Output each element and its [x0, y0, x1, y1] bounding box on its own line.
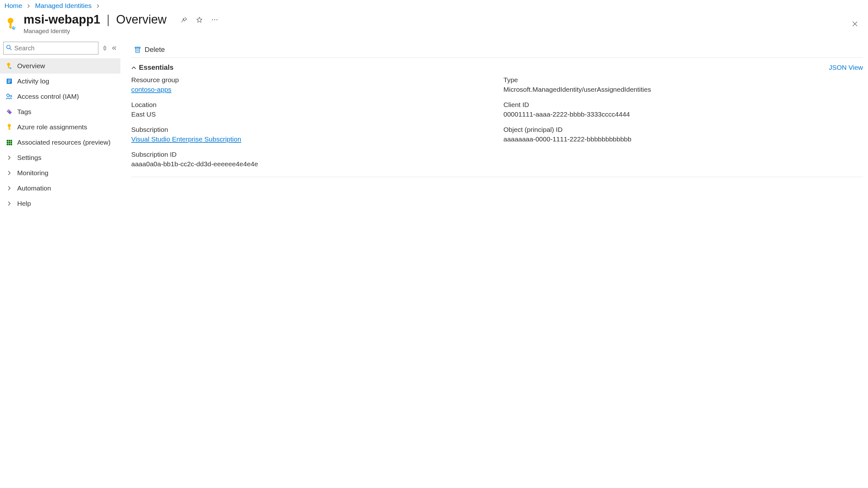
chevron-right-icon [6, 185, 13, 192]
sidebar-item-activity-log[interactable]: Activity log [0, 73, 120, 89]
svg-rect-11 [8, 65, 9, 68]
favorite-button[interactable] [194, 14, 205, 25]
svg-rect-29 [7, 144, 8, 145]
sidebar-item-access-control[interactable]: Access control (IAM) [0, 89, 120, 104]
resource-name: msi-webapp1 [24, 13, 100, 26]
field-label: Location [131, 101, 491, 109]
essentials-title: Essentials [139, 63, 174, 72]
field-label: Client ID [504, 101, 863, 109]
sidebar-item-monitoring[interactable]: Monitoring [0, 165, 120, 181]
field-resource-group: Resource group contoso-apps [131, 76, 491, 93]
field-label: Subscription [131, 126, 491, 133]
field-object-id: Object (principal) ID aaaaaaaa-0000-1111… [504, 126, 863, 143]
svg-rect-14 [8, 80, 11, 80]
chevron-right-icon [6, 154, 13, 161]
json-view-link[interactable]: JSON View [829, 64, 863, 71]
svg-rect-27 [9, 142, 10, 143]
delete-icon [134, 46, 141, 53]
field-value: aaaaaaaa-0000-1111-2222-bbbbbbbbbbbb [504, 135, 863, 143]
chevron-right-icon [27, 2, 31, 9]
chevron-right-icon [96, 2, 100, 9]
grid-icon [6, 139, 13, 146]
expand-menu-button[interactable] [102, 43, 108, 53]
svg-rect-26 [7, 142, 8, 143]
sidebar-item-label: Overview [17, 62, 45, 70]
sidebar-item-label: Azure role assignments [17, 123, 87, 131]
field-value: 00001111-aaaa-2222-bbbb-3333cccc4444 [504, 111, 863, 118]
svg-rect-16 [8, 82, 10, 83]
sidebar-item-associated-resources[interactable]: Associated resources (preview) [0, 135, 120, 150]
field-label: Resource group [131, 76, 491, 84]
delete-label: Delete [145, 45, 165, 54]
sidebar-item-overview[interactable]: Overview [0, 58, 120, 73]
sidebar-item-automation[interactable]: Automation [0, 181, 120, 196]
svg-rect-25 [10, 140, 12, 142]
field-subscription: Subscription Visual Studio Enterprise Su… [131, 126, 491, 143]
field-value: Microsoft.ManagedIdentity/userAssignedId… [504, 86, 863, 93]
search-icon [6, 44, 12, 52]
resource-group-link[interactable]: contoso-apps [131, 86, 491, 93]
sidebar-nav: Overview Activity log Access control (IA… [0, 58, 120, 211]
svg-marker-12 [9, 67, 11, 69]
sidebar-item-help[interactable]: Help [0, 196, 120, 211]
page-title: Overview [116, 13, 166, 26]
svg-rect-15 [8, 81, 11, 82]
subscription-link[interactable]: Visual Studio Enterprise Subscription [131, 135, 491, 143]
svg-point-6 [214, 19, 215, 20]
sidebar-item-label: Settings [17, 154, 41, 161]
sidebar-item-tags[interactable]: Tags [0, 104, 120, 119]
sidebar-item-label: Monitoring [17, 169, 49, 177]
search-input[interactable] [14, 44, 96, 52]
sidebar-item-label: Access control (IAM) [17, 93, 79, 100]
sidebar-item-label: Associated resources (preview) [17, 139, 111, 146]
field-client-id: Client ID 00001111-aaaa-2222-bbbb-3333cc… [504, 101, 863, 118]
svg-rect-32 [136, 48, 140, 53]
collapse-sidebar-button[interactable] [111, 43, 118, 53]
svg-point-5 [212, 19, 213, 20]
svg-rect-22 [9, 129, 10, 130]
field-type: Type Microsoft.ManagedIdentity/userAssig… [504, 76, 863, 93]
close-button[interactable] [849, 19, 860, 29]
field-subscription-id: Subscription ID aaaa0a0a-bb1b-cc2c-dd3d-… [131, 151, 491, 168]
field-location: Location East US [131, 101, 491, 118]
svg-rect-30 [9, 144, 10, 145]
main-content: Delete Essentials JSON View Resource gro… [120, 42, 868, 177]
breadcrumb-managed-identities[interactable]: Managed Identities [35, 2, 91, 9]
breadcrumb: Home Managed Identities [0, 0, 868, 11]
svg-rect-31 [10, 144, 12, 145]
field-value: East US [131, 111, 491, 118]
breadcrumb-home[interactable]: Home [4, 2, 22, 9]
essentials-grid: Resource group contoso-apps Type Microso… [131, 76, 863, 177]
sidebar-item-settings[interactable]: Settings [0, 150, 120, 165]
svg-point-17 [7, 94, 9, 96]
field-value: aaaa0a0a-bb1b-cc2c-dd3d-eeeeee4e4e4e [131, 160, 491, 168]
svg-rect-23 [7, 140, 8, 142]
svg-point-18 [10, 95, 12, 97]
essentials-toggle[interactable]: Essentials [131, 63, 174, 72]
managed-identity-icon [4, 16, 19, 32]
svg-point-7 [216, 19, 217, 20]
activity-log-icon [6, 78, 13, 85]
sidebar: Overview Activity log Access control (IA… [0, 42, 120, 211]
sidebar-item-label: Activity log [17, 78, 49, 85]
chevron-up-icon [131, 63, 136, 72]
sidebar-item-label: Automation [17, 184, 51, 192]
sidebar-item-role-assignments[interactable]: Azure role assignments [0, 119, 120, 135]
key-icon [6, 62, 13, 69]
resource-type-subtitle: Managed Identity [24, 28, 220, 35]
pin-button[interactable] [179, 14, 189, 25]
key-icon [6, 124, 13, 131]
page-header: msi-webapp1 | Overview Managed Identity [0, 11, 868, 35]
svg-rect-2 [9, 26, 12, 28]
delete-button[interactable]: Delete [131, 43, 168, 56]
field-label: Object (principal) ID [504, 126, 863, 133]
chevron-right-icon [6, 170, 13, 177]
field-label: Subscription ID [131, 151, 491, 158]
svg-line-9 [10, 49, 11, 50]
command-bar: Delete [131, 42, 863, 58]
more-button[interactable] [209, 14, 220, 25]
svg-point-8 [7, 45, 10, 49]
sidebar-search[interactable] [3, 42, 98, 55]
svg-rect-24 [9, 140, 10, 142]
access-control-icon [6, 93, 13, 100]
